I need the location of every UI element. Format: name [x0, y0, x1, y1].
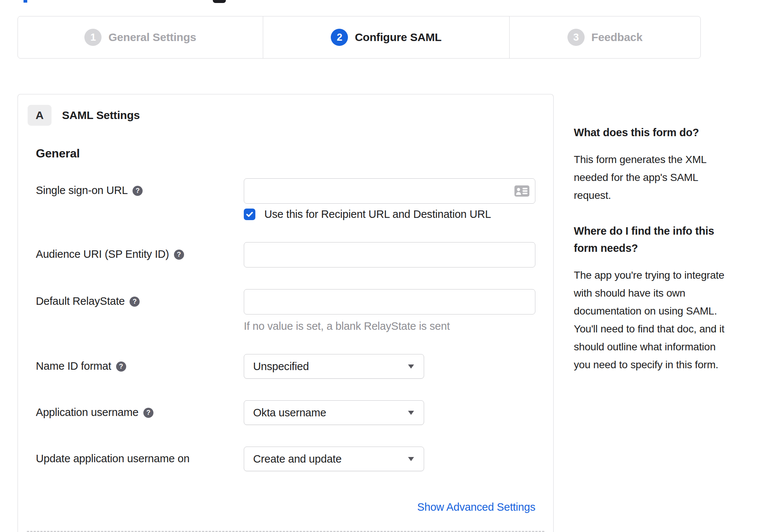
audience-uri-label: Audience URI (SP Entity ID): [36, 248, 169, 260]
field-row-default-relaystate: Default RelayState? If no value is set, …: [27, 289, 544, 332]
help-body-where: The app you're trying to integrate with …: [574, 266, 731, 374]
audience-uri-input-wrap: [244, 242, 535, 267]
name-id-format-value: Unspecified: [253, 360, 309, 373]
step-2-label: Configure SAML: [355, 31, 441, 44]
step-configure-saml[interactable]: 2 Configure SAML: [263, 16, 509, 58]
app-username-label-cell: Application username?: [27, 400, 244, 425]
recipient-url-checkbox-row: Use this for Recipient URL and Destinati…: [244, 208, 535, 220]
recipient-url-checkbox[interactable]: [244, 209, 255, 220]
update-app-username-select[interactable]: Create and update: [244, 447, 424, 471]
field-row-name-id-format: Name ID format? Unspecified: [27, 354, 544, 379]
chevron-down-icon: [408, 411, 414, 415]
step-general-settings[interactable]: 1 General Settings: [18, 16, 263, 58]
advanced-settings-row: Show Advanced Settings: [27, 501, 544, 513]
update-app-username-label-cell: Update application username on: [27, 447, 244, 471]
help-icon[interactable]: ?: [143, 408, 153, 418]
relaystate-label: Default RelayState: [36, 295, 125, 307]
general-heading: General: [36, 147, 544, 160]
saml-settings-card: A SAML Settings General Single sign-on U…: [18, 94, 554, 532]
chevron-down-icon: [408, 364, 414, 369]
relaystate-label-cell: Default RelayState?: [27, 289, 244, 332]
help-icon[interactable]: ?: [133, 186, 143, 196]
field-row-update-app-username: Update application username on Create an…: [27, 447, 544, 471]
chevron-down-icon: [408, 457, 414, 461]
application-username-select[interactable]: Okta username: [244, 400, 424, 425]
help-icon[interactable]: ?: [116, 362, 126, 372]
section-header: A SAML Settings: [28, 105, 544, 126]
sso-url-input[interactable]: [244, 178, 535, 204]
application-username-value: Okta username: [253, 407, 326, 419]
app-username-label: Application username: [36, 406, 139, 418]
section-title: SAML Settings: [62, 109, 140, 122]
relaystate-hint: If no value is set, a blank RelayState i…: [244, 320, 535, 332]
relaystate-input[interactable]: [244, 289, 535, 314]
step-3-circle: 3: [567, 29, 585, 46]
top-edge-blue-fragment: [24, 0, 27, 3]
help-heading-what: What does this form do?: [574, 124, 731, 141]
field-row-application-username: Application username? Okta username: [27, 400, 544, 425]
saml-general-form: Single sign-on URL?: [27, 178, 544, 513]
name-id-format-label-cell: Name ID format?: [27, 354, 244, 379]
sso-url-label: Single sign-on URL: [36, 184, 128, 196]
help-section-where: Where do I find the info this form needs…: [574, 222, 731, 374]
contact-card-icon[interactable]: [514, 185, 529, 197]
field-row-sso-url: Single sign-on URL?: [27, 178, 544, 220]
name-id-format-label: Name ID format: [36, 360, 111, 372]
step-3-label: Feedback: [591, 31, 642, 44]
name-id-format-select[interactable]: Unspecified: [244, 354, 424, 379]
checkmark-icon: [246, 212, 253, 217]
relaystate-input-wrap: [244, 289, 535, 314]
field-row-audience-uri: Audience URI (SP Entity ID)?: [27, 242, 544, 267]
update-app-username-label: Update application username on: [36, 453, 190, 464]
help-panel: What does this form do? This form genera…: [574, 124, 731, 392]
configure-saml-page: 1 General Settings 2 Configure SAML 3 Fe…: [0, 0, 781, 532]
top-edge-dark-fragment: [213, 0, 226, 3]
help-icon[interactable]: ?: [130, 297, 140, 307]
audience-uri-label-cell: Audience URI (SP Entity ID)?: [27, 242, 244, 267]
sso-url-label-cell: Single sign-on URL?: [27, 178, 244, 220]
step-1-circle: 1: [84, 29, 102, 46]
update-app-username-value: Create and update: [253, 453, 342, 465]
step-2-circle: 2: [331, 29, 348, 46]
show-advanced-settings-link[interactable]: Show Advanced Settings: [417, 501, 535, 513]
audience-uri-input[interactable]: [244, 242, 535, 267]
step-1-label: General Settings: [108, 31, 196, 44]
recipient-url-checkbox-label: Use this for Recipient URL and Destinati…: [264, 208, 491, 220]
help-heading-where: Where do I find the info this form needs…: [574, 222, 731, 257]
help-icon[interactable]: ?: [174, 250, 184, 260]
sso-url-input-wrap: [244, 178, 535, 204]
help-section-what: What does this form do? This form genera…: [574, 124, 731, 204]
wizard-stepper: 1 General Settings 2 Configure SAML 3 Fe…: [18, 16, 701, 59]
section-a-badge: A: [28, 105, 52, 126]
step-feedback[interactable]: 3 Feedback: [509, 16, 700, 58]
help-body-what: This form generates the XML needed for t…: [574, 151, 731, 204]
